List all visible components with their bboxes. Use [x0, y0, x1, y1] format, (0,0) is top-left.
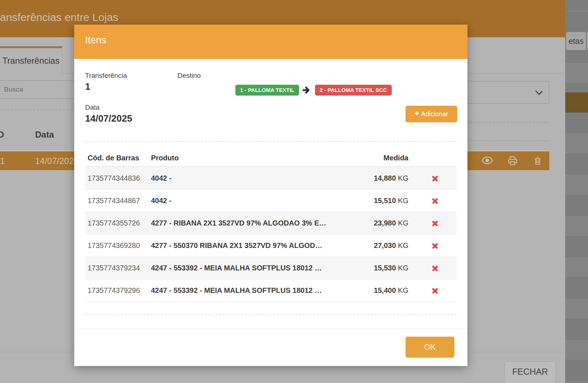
remove-item-icon[interactable] [432, 220, 438, 227]
data-value: 14/07/2025 [85, 113, 132, 124]
remove-item-icon[interactable] [432, 265, 438, 272]
chevron-down-icon [535, 88, 542, 95]
base-page-strip: etas [565, 0, 588, 383]
plus-icon: + [415, 110, 419, 118]
destino-label: Destino [177, 72, 201, 80]
separator [85, 141, 457, 142]
col-medida: Medida [341, 154, 413, 162]
items-table-header: Cód. de Barras Produto Medida [85, 150, 457, 167]
item-produto: 4042 - [151, 197, 341, 205]
item-row: 1735774344867 4042 - 15,510 KG [85, 190, 457, 212]
col-barcode: Cód. de Barras [85, 154, 151, 162]
item-medida: 15,510 KG [341, 197, 413, 205]
print-icon[interactable] [508, 156, 518, 167]
screen: etas ansferências entre Lojas Transferên… [0, 0, 588, 383]
page-title: ansferências entre Lojas [0, 11, 118, 24]
separator [0, 109, 76, 110]
item-row: 1735774379296 4247 - 553392 - MEIA MALHA… [85, 279, 457, 302]
tab-transferencias[interactable]: Transferências [0, 46, 62, 73]
itens-modal: Itens Transferência 1 Destino 1 - PALLOM… [74, 25, 467, 366]
itens-modal-header: Itens [74, 25, 467, 59]
item-barcode: 1735774355726 [85, 219, 151, 227]
separator [85, 314, 457, 315]
base-header-divider [565, 11, 588, 11]
row-id: 1 [0, 156, 5, 166]
tab-label: Transferências [3, 56, 60, 66]
transferencia-value: 1 [85, 81, 90, 92]
item-medida: 14,880 KG [341, 174, 413, 182]
item-row: 1735774379234 4247 - 553392 - MEIA MALHA… [85, 257, 457, 279]
base-table-band [565, 62, 588, 83]
item-row: 1735774355726 4277 - RIBANA 2X1 3527VD 9… [85, 212, 457, 235]
item-medida: 23,980 KG [341, 219, 413, 227]
ok-button[interactable]: OK [406, 337, 454, 358]
column-header-data: Data [35, 130, 54, 140]
fechar-button[interactable]: FECHAR [504, 361, 556, 383]
destino-badge: 2 - PALLOMA TEXTIL SCC [315, 85, 392, 96]
destino-badges: 1 - PALLOMA TEXTIL 2 - PALLOMA TEXTIL SC… [235, 85, 392, 96]
remove-item-icon[interactable] [432, 197, 438, 204]
adicionar-button[interactable]: + Adicionar [406, 106, 457, 122]
arrow-right-icon [302, 86, 312, 94]
item-barcode: 1735774369280 [85, 241, 151, 250]
item-produto: 4277 - RIBANA 2X1 3527VD 97% ALGODAO 3% … [151, 219, 341, 227]
column-header-id: ID [0, 130, 4, 140]
item-barcode: 1735774344867 [85, 197, 151, 205]
item-row: 1735774344836 4042 - 14,880 KG [85, 167, 457, 190]
item-barcode: 1735774379296 [85, 286, 151, 295]
remove-item-icon[interactable] [432, 175, 438, 182]
origem-badge: 1 - PALLOMA TEXTIL [235, 85, 299, 96]
item-produto: 4042 - [151, 174, 341, 182]
transferencia-label: Transferência [85, 72, 127, 80]
item-medida: 15,400 KG [341, 286, 413, 295]
item-row: 1735774369280 4277 - 550370 RIBANA 2X1 3… [85, 235, 457, 257]
base-table-rows [565, 113, 588, 383]
modal-footer-divider [74, 328, 467, 329]
row-date: 14/07/2025 [35, 156, 79, 166]
item-medida: 15,530 KG [341, 264, 413, 272]
search-input[interactable]: Busca [0, 80, 76, 98]
item-produto: 4277 - 550370 RIBANA 2X1 3527VD 97% ALGO… [151, 241, 341, 250]
remove-item-icon[interactable] [432, 242, 438, 249]
item-produto: 4247 - 553392 - MEIA MALHA SOFTPLUS 1801… [151, 264, 341, 272]
col-produto: Produto [151, 154, 341, 162]
item-produto: 4247 - 553392 - MEIA MALHA SOFTPLUS 1801… [151, 286, 341, 295]
search-placeholder: Busca [4, 85, 23, 93]
item-barcode: 1735774344836 [85, 174, 151, 182]
etiquetas-button[interactable]: etas [566, 32, 586, 50]
item-barcode: 1735774379234 [85, 264, 151, 272]
modal-title: Itens [85, 35, 106, 46]
base-highlighted-row [565, 92, 588, 113]
item-medida: 27,030 KG [341, 241, 413, 250]
remove-item-icon[interactable] [432, 287, 438, 294]
view-icon[interactable] [482, 156, 493, 166]
delete-icon[interactable] [533, 156, 542, 167]
data-label: Data [85, 104, 100, 111]
adicionar-label: Adicionar [421, 110, 448, 118]
